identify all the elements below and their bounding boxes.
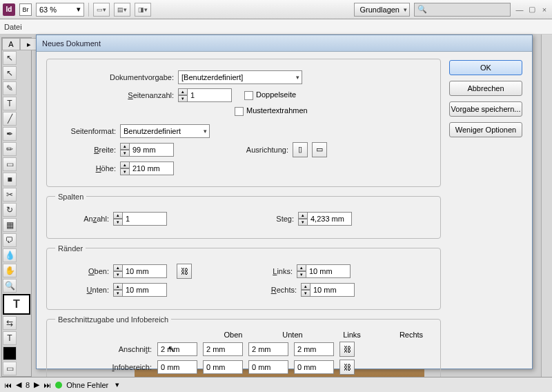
width-label: Breite: <box>54 146 116 154</box>
margin-bottom-label: Unten: <box>55 286 109 294</box>
zoom-value: 63 % <box>39 6 57 14</box>
tool-tab-a[interactable]: A <box>2 38 20 50</box>
column-count-input[interactable]: ▴▾ <box>113 212 167 226</box>
last-page-button[interactable]: ⏭ <box>43 381 51 389</box>
color-apply[interactable] <box>3 346 17 360</box>
view-mode-3[interactable]: ◨▾ <box>135 3 151 17</box>
bleed-label: Anschnitt: <box>55 345 152 353</box>
format-text-icon[interactable]: T <box>3 331 17 345</box>
ok-button[interactable]: OK <box>449 60 522 75</box>
maximize-button[interactable]: ▢ <box>527 5 537 14</box>
menubar: Datei <box>0 19 552 35</box>
fill-stroke[interactable]: T <box>3 294 30 315</box>
prev-page-button[interactable]: ◀ <box>16 380 21 389</box>
gutter-input[interactable]: ▴▾ <box>298 212 352 226</box>
search-input[interactable]: 🔍 <box>414 3 511 17</box>
search-icon: 🔍 <box>417 5 427 14</box>
direct-selection-tool[interactable]: ↖ <box>3 66 17 80</box>
slug-top-input[interactable]: 0 mm <box>157 360 197 374</box>
margin-left-input[interactable]: ▴▾ <box>297 264 351 278</box>
margins-fieldset: Ränder Oben: ▴▾ ⛓ Links: ▴▾ Unten: ▴▾ Re… <box>46 244 441 310</box>
master-text-checkbox[interactable]: Mustertextrahmen <box>235 106 308 116</box>
columns-fieldset: Spalten Anzahl: ▴▾ Steg: ▴▾ <box>46 193 441 239</box>
minimize-button[interactable]: — <box>515 5 524 14</box>
page-tool[interactable]: ✎ <box>3 81 17 95</box>
rectangle-tool[interactable]: ■ <box>3 173 17 186</box>
tools-panel: A▸ ↖↖ ✎T ╱✒ ✏▭ ■✂ ↻▦ 🗩💧 ✋🔍 T ⇆T ▭ <box>1 37 32 377</box>
height-label: Höhe: <box>54 164 116 173</box>
margin-right-label: Rechts: <box>200 286 297 294</box>
bridge-icon[interactable]: Br <box>19 3 32 16</box>
next-page-button[interactable]: ▶ <box>34 380 39 389</box>
margin-top-input[interactable]: ▴▾ <box>113 264 167 278</box>
view-mode-1[interactable]: ▭▾ <box>93 3 110 17</box>
bleed-left-input[interactable]: 2 mm <box>248 342 288 356</box>
fewer-options-button[interactable]: Weniger Optionen <box>449 122 522 137</box>
bleed-bottom-input[interactable]: 2 mm <box>203 342 243 356</box>
menu-file[interactable]: Datei <box>4 23 22 31</box>
orientation-label: Ausrichtung: <box>178 146 288 154</box>
margin-left-label: Links: <box>196 267 293 275</box>
column-count-label: Anzahl: <box>55 215 109 223</box>
width-input[interactable]: ▴▾ <box>120 143 174 157</box>
swap-fill-icon[interactable]: ⇆ <box>3 316 17 330</box>
pencil-tool[interactable]: ✏ <box>3 142 17 156</box>
pagesize-combo[interactable]: Benutzerdefiniert <box>120 124 210 138</box>
bleed-hdr-left: Links <box>331 331 373 339</box>
selection-tool[interactable]: ↖ <box>3 51 17 65</box>
slug-label: Infobereich: <box>55 363 152 371</box>
status-ok-icon <box>55 382 62 389</box>
dialog-titlebar: Neues Dokument <box>37 35 532 52</box>
first-page-button[interactable]: ⏮ <box>4 381 12 389</box>
view-mode-2[interactable]: ▤▾ <box>114 3 130 17</box>
orientation-landscape[interactable]: ▭ <box>312 142 327 157</box>
preset-combo[interactable]: [Benutzerdefiniert] <box>178 70 302 84</box>
bleed-fieldset: Beschnittzugabe und Infobereich Oben Unt… <box>46 315 441 386</box>
bleed-hdr-top: Oben <box>213 331 254 339</box>
bleed-hdr-right: Rechts <box>391 331 432 339</box>
note-tool[interactable]: 🗩 <box>3 233 17 247</box>
vertical-scrollbar[interactable] <box>541 35 552 377</box>
hand-tool[interactable]: ✋ <box>3 264 17 277</box>
gutter-label: Steg: <box>171 215 294 223</box>
page-number[interactable]: 8 <box>26 381 30 389</box>
indesign-icon: Id <box>3 3 15 16</box>
color-none[interactable]: ▭ <box>3 362 17 375</box>
bleed-top-input[interactable]: 2 mm↖ <box>157 342 197 356</box>
link-margins-icon[interactable]: ⛓ <box>177 264 192 279</box>
bleed-right-input[interactable]: 2 mm <box>294 342 334 356</box>
app-toolbar: Id Br 63 %▾ ▭▾ ▤▾ ◨▾ Grundlagen 🔍 — ▢ × <box>0 0 552 19</box>
workspace-dropdown[interactable]: Grundlagen <box>354 3 411 17</box>
facing-pages-checkbox[interactable]: Doppelseite <box>244 90 296 100</box>
status-bar: ⏮ ◀ 8 ▶ ⏭ Ohne Fehler ▾ <box>0 377 552 392</box>
scissors-tool[interactable]: ✂ <box>3 188 17 202</box>
orientation-portrait[interactable]: ▯ <box>293 142 308 157</box>
margin-bottom-input[interactable]: ▴▾ <box>113 283 167 297</box>
preflight-status[interactable]: Ohne Fehler <box>66 381 108 389</box>
save-preset-button[interactable]: Vorgabe speichern... <box>449 101 522 117</box>
link-bleed-icon[interactable]: ⛓ <box>339 342 355 357</box>
margin-top-label: Oben: <box>55 267 109 275</box>
rotate-tool[interactable]: ↻ <box>3 203 17 217</box>
bleed-hdr-bottom: Unten <box>272 331 313 339</box>
pages-input[interactable]: ▴▾ <box>178 88 232 102</box>
pen-tool[interactable]: ✒ <box>3 127 17 141</box>
line-tool[interactable]: ╱ <box>3 112 17 126</box>
height-input[interactable]: ▴▾ <box>120 161 174 175</box>
close-button[interactable]: × <box>540 5 549 14</box>
eyedropper-tool[interactable]: 💧 <box>3 248 17 262</box>
type-tool[interactable]: T <box>3 97 17 110</box>
slug-right-input[interactable]: 0 mm <box>294 360 334 374</box>
link-slug-icon[interactable]: ⛓ <box>339 360 355 375</box>
gradient-tool[interactable]: ▦ <box>3 218 17 232</box>
new-document-dialog: Neues Dokument Dokumentvorgabe: [Benutze… <box>36 35 533 369</box>
preset-label: Dokumentvorgabe: <box>54 73 174 81</box>
pages-label: Seitenanzahl: <box>54 91 174 99</box>
cancel-button[interactable]: Abbrechen <box>449 81 522 96</box>
frame-tool[interactable]: ▭ <box>3 157 17 171</box>
zoom-input[interactable]: 63 %▾ <box>36 3 84 17</box>
slug-left-input[interactable]: 0 mm <box>248 360 288 374</box>
margin-right-input[interactable]: ▴▾ <box>301 283 355 297</box>
zoom-tool[interactable]: 🔍 <box>3 279 17 293</box>
slug-bottom-input[interactable]: 0 mm <box>203 360 243 374</box>
